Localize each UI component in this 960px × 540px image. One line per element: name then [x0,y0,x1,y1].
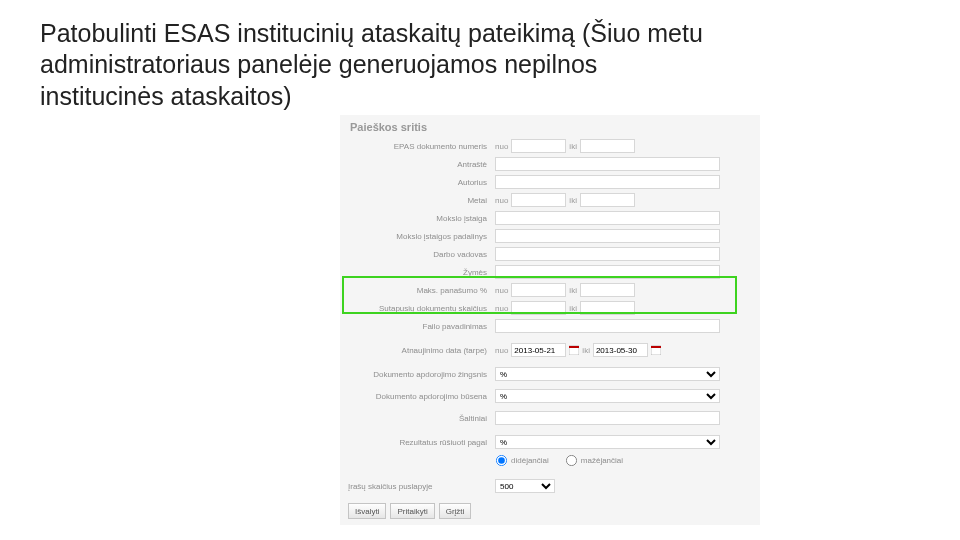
perpage-select[interactable]: 500 [495,479,555,493]
maxsim-to-input[interactable] [580,283,635,297]
year-to-input[interactable] [580,193,635,207]
step-select[interactable]: % [495,367,720,381]
label-tags: Žymės [340,268,495,277]
label-maxsim: Maks. panašumo % [340,286,495,295]
label-sources: Šaltiniai [340,414,495,423]
dept-input[interactable] [495,229,720,243]
calendar-icon[interactable] [569,345,579,355]
label-step: Dokumento apdorojimo žingsnis [340,370,495,379]
docno-from-input[interactable] [511,139,566,153]
tags-input[interactable] [495,265,720,279]
status-select[interactable]: % [495,389,720,403]
docno-to-input[interactable] [580,139,635,153]
sub-to: iki [582,346,590,355]
sub-to: iki [569,142,577,151]
matchcount-from-input[interactable] [511,301,566,315]
sort-asc-label: didėjančiai [511,456,549,465]
label-author: Autorius [340,178,495,187]
label-results: Rezultatus rūšiuoti pagal [340,438,495,447]
supervisor-input[interactable] [495,247,720,261]
search-panel: Paieškos sritis EPAS dokumento numeris n… [340,115,760,525]
label-matchcount: Sutapusių dokumentų skaičius [340,304,495,313]
sub-to: iki [569,286,577,295]
label-inst: Mokslo įstaiga [340,214,495,223]
sources-input[interactable] [495,411,720,425]
sub-from: nuo [495,196,508,205]
label-status: Dokumento apdorojimo būsena [340,392,495,401]
svg-rect-1 [569,346,579,348]
sort-select[interactable]: % [495,435,720,449]
calendar-icon[interactable] [651,345,661,355]
matchcount-to-input[interactable] [580,301,635,315]
filename-input[interactable] [495,319,720,333]
page-title: Patobulinti ESAS institucinių ataskaitų … [40,18,720,112]
year-from-input[interactable] [511,193,566,207]
sub-to: iki [569,196,577,205]
svg-rect-3 [651,346,661,348]
date-from-input[interactable] [511,343,566,357]
maxsim-from-input[interactable] [511,283,566,297]
label-filename: Failo pavadinimas [340,322,495,331]
label-perpage: Įrašų skaičius puslapyje [340,482,495,491]
date-to-input[interactable] [593,343,648,357]
inst-input[interactable] [495,211,720,225]
sub-from: nuo [495,142,508,151]
author-input[interactable] [495,175,720,189]
sub-from: nuo [495,346,508,355]
label-title: Antraštė [340,160,495,169]
sort-desc-radio[interactable] [566,454,577,465]
sub-from: nuo [495,304,508,313]
label-docno: EPAS dokumento numeris [340,142,495,151]
submit-button[interactable]: Pritaikyti [390,503,434,519]
sort-desc-label: mažėjančiai [581,456,623,465]
label-year: Metai [340,196,495,205]
label-updated: Atnaujinimo data (tarpe) [340,346,495,355]
panel-heading: Paieškos sritis [340,119,760,137]
back-button[interactable]: Grįžti [439,503,472,519]
label-dept: Mokslo įstaigos padalinys [340,232,495,241]
title-input[interactable] [495,157,720,171]
label-supervisor: Darbo vadovas [340,250,495,259]
sort-asc-radio[interactable] [496,454,507,465]
sub-from: nuo [495,286,508,295]
sub-to: iki [569,304,577,313]
clear-button[interactable]: Išvalyti [348,503,386,519]
